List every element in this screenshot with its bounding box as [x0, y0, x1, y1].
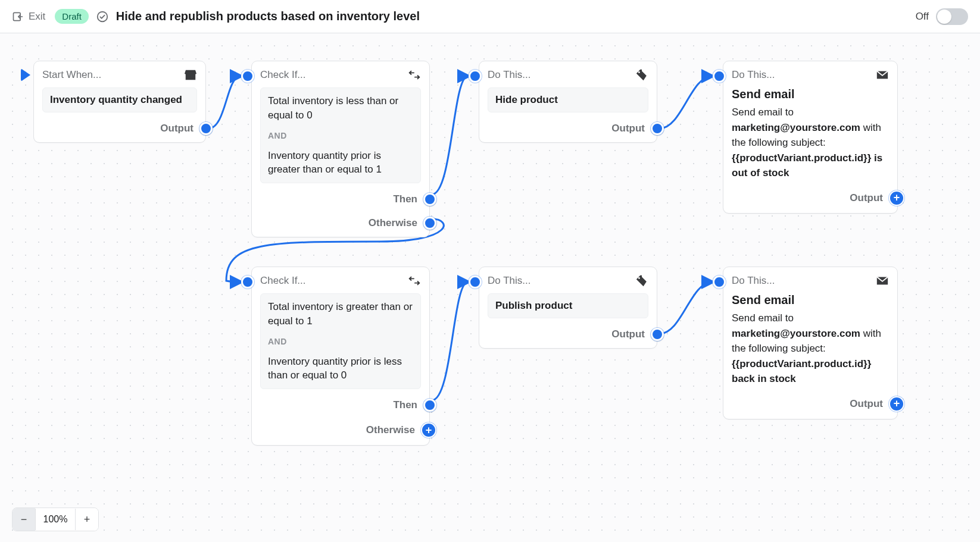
- port-label-output: Output: [850, 192, 883, 204]
- email-icon: [876, 68, 889, 82]
- action-title: Send email: [732, 87, 889, 101]
- action-title: Hide product: [488, 87, 648, 112]
- input-port[interactable]: [469, 275, 482, 289]
- node-head: Do This...: [732, 275, 871, 287]
- email-description: Send email to marketing@yourstore.com wi…: [732, 311, 889, 387]
- then-port[interactable]: [423, 399, 436, 412]
- otherwise-port[interactable]: [423, 217, 436, 230]
- output-port[interactable]: [199, 122, 213, 135]
- node-action-publish-product[interactable]: Do This... Publish product Output: [479, 267, 657, 349]
- tag-icon: [635, 68, 648, 82]
- add-otherwise-port[interactable]: +: [421, 422, 436, 438]
- toggle-label: Off: [916, 11, 929, 23]
- output-port[interactable]: [651, 122, 664, 135]
- zoom-in-button[interactable]: +: [76, 508, 98, 531]
- status-badge: Draft: [55, 9, 89, 24]
- node-condition-out-of-stock[interactable]: Check If... Total inventory is less than…: [251, 61, 430, 237]
- zoom-control: − 100% +: [12, 507, 99, 531]
- port-label-otherwise: Otherwise: [369, 217, 417, 229]
- node-head: Do This...: [488, 69, 631, 81]
- add-output-port[interactable]: +: [889, 190, 904, 206]
- input-port[interactable]: [241, 275, 254, 289]
- exit-icon: [12, 11, 24, 23]
- check-circle-icon: [96, 10, 109, 23]
- exit-label: Exit: [29, 11, 45, 23]
- condition-rule: Total inventory is less than or equal to…: [268, 94, 413, 123]
- store-icon: [184, 68, 197, 82]
- node-head: Do This...: [732, 69, 871, 81]
- zoom-out-button[interactable]: −: [13, 508, 35, 531]
- svg-point-2: [638, 71, 640, 73]
- email-icon: [876, 274, 889, 287]
- exit-button[interactable]: Exit: [12, 11, 45, 23]
- svg-point-3: [638, 277, 640, 279]
- port-label-output: Output: [611, 123, 645, 134]
- port-label-output: Output: [160, 123, 193, 134]
- node-head: Check If...: [260, 69, 403, 81]
- zoom-value: 100%: [35, 509, 76, 530]
- port-label-then: Then: [393, 193, 417, 205]
- trigger-title: Inventory quantity changed: [42, 87, 197, 112]
- svg-point-1: [98, 11, 108, 21]
- email-description: Send email to marketing@yourstore.com wi…: [732, 105, 889, 181]
- tag-icon: [635, 274, 648, 287]
- action-title: Publish product: [488, 293, 648, 318]
- then-port[interactable]: [423, 193, 436, 206]
- canvas[interactable]: Start When... Inventory quantity changed…: [0, 33, 980, 542]
- condition-and: AND: [268, 337, 413, 346]
- node-action-hide-product[interactable]: Do This... Hide product Output: [479, 61, 657, 143]
- node-head: Start When...: [42, 69, 179, 81]
- node-action-email-back-in-stock[interactable]: Do This... Send email Send email to mark…: [723, 267, 898, 419]
- node-action-email-out-of-stock[interactable]: Do This... Send email Send email to mark…: [723, 61, 898, 214]
- condition-and: AND: [268, 131, 413, 140]
- input-port[interactable]: [241, 70, 254, 83]
- node-head: Do This...: [488, 275, 631, 287]
- toggle-switch[interactable]: [936, 8, 968, 25]
- port-label-output: Output: [611, 328, 645, 340]
- condition-rules: Total inventory is greater than or equal…: [260, 293, 421, 389]
- node-head: Check If...: [260, 275, 403, 287]
- port-label-output: Output: [850, 398, 883, 410]
- input-port[interactable]: [713, 275, 726, 289]
- input-port[interactable]: [469, 70, 482, 83]
- condition-rule: Total inventory is greater than or equal…: [268, 300, 413, 328]
- condition-rules: Total inventory is less than or equal to…: [260, 87, 421, 183]
- node-trigger[interactable]: Start When... Inventory quantity changed…: [33, 61, 206, 143]
- port-label-then: Then: [393, 399, 417, 411]
- topbar: Exit Draft Hide and republish products b…: [0, 0, 980, 33]
- port-label-otherwise: Otherwise: [366, 424, 415, 436]
- enable-toggle[interactable]: Off: [916, 8, 968, 25]
- condition-rule: Inventory quantity prior is greater than…: [268, 149, 413, 177]
- node-condition-back-in-stock[interactable]: Check If... Total inventory is greater t…: [251, 267, 430, 446]
- action-title: Send email: [732, 293, 889, 307]
- input-port[interactable]: [713, 70, 726, 83]
- add-output-port[interactable]: +: [889, 396, 904, 412]
- output-port[interactable]: [651, 328, 664, 341]
- condition-icon: [408, 274, 421, 287]
- start-marker-icon: [21, 68, 30, 82]
- condition-rule: Inventory quantity prior is less than or…: [268, 355, 413, 383]
- condition-icon: [408, 68, 421, 82]
- workflow-title: Hide and republish products based on inv…: [116, 10, 420, 23]
